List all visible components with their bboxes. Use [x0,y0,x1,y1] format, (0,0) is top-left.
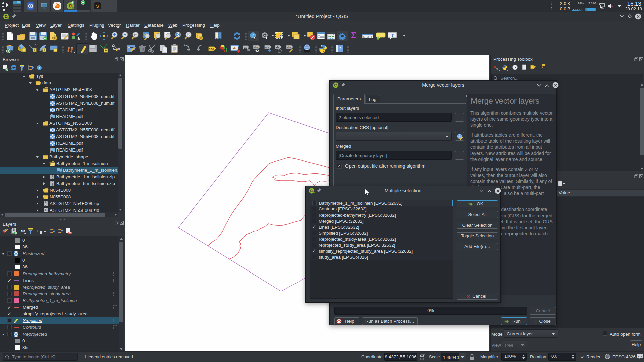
svg-text:a: a [77,36,80,41]
svg-text:S: S [96,4,99,9]
svg-text:ab: ab [244,46,247,49]
svg-text:T: T [391,33,394,38]
svg-text:i: i [39,66,40,70]
svg-text:abc: abc [275,46,280,49]
svg-text:?: ? [339,46,342,51]
svg-text:abc: abc [265,46,270,49]
svg-text:abc: abc [287,46,292,49]
svg-text:abc: abc [254,46,259,49]
svg-text:ε: ε [37,228,39,233]
svg-text:1:1: 1:1 [133,33,138,37]
svg-text:ab: ab [232,46,236,50]
svg-text:abc: abc [209,47,214,51]
